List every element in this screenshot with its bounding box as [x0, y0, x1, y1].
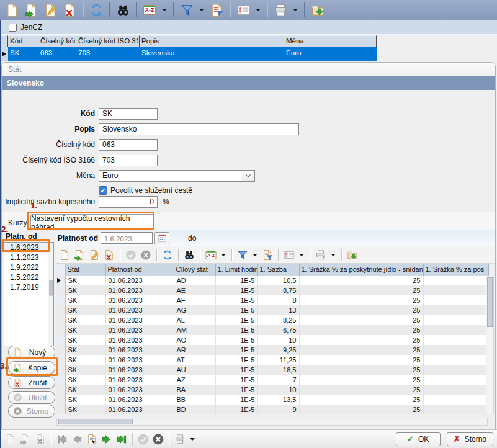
cell[interactable]: 01.06.2023 [105, 315, 174, 325]
next-record-icon[interactable] [100, 432, 114, 447]
cell[interactable] [423, 295, 488, 305]
column-header[interactable]: Cílový stat [174, 264, 215, 276]
cell[interactable]: 01.06.2023 [105, 405, 174, 414]
chevron-down-icon[interactable] [299, 254, 304, 256]
cell[interactable]: 25 [299, 395, 423, 405]
calendar-button[interactable] [154, 232, 169, 244]
cell[interactable]: AU [174, 365, 215, 375]
scrollbar-thumb[interactable] [487, 277, 493, 327]
cell[interactable] [423, 305, 488, 315]
cell[interactable]: SK [65, 375, 105, 385]
find-icon[interactable] [182, 248, 196, 262]
cell[interactable]: AD [174, 276, 215, 285]
delete-icon[interactable] [61, 1, 78, 19]
sort-az-icon[interactable]: A-Z [141, 1, 158, 19]
copy-icon[interactable] [22, 1, 40, 19]
cell[interactable]: SK [65, 365, 105, 375]
table-row[interactable]: SK01.06.2023AT1E-511,2525 [56, 355, 488, 365]
tab-nahrady[interactable]: Nastavení vypočtu cestovních náhrad [30, 214, 154, 230]
cell[interactable]: 25 [299, 315, 423, 325]
table-row[interactable]: SK01.06.2023BB1E-513,525 [56, 395, 488, 405]
filter-icon[interactable] [236, 248, 249, 262]
cell[interactable]: 25 [299, 335, 423, 345]
prev-record-icon[interactable] [70, 432, 84, 447]
cell-ciselny-kod[interactable]: 063 [38, 47, 76, 61]
validity-list[interactable]: 1.6.2023 1.1.2023 1.9.2022 1.5.2022 1.7.… [4, 242, 54, 346]
cell[interactable]: 11,25 [257, 355, 299, 365]
cell[interactable]: 25 [299, 375, 423, 385]
cell[interactable]: 6,75 [257, 325, 299, 335]
cell[interactable] [423, 325, 488, 335]
mena-label[interactable]: Měna [2, 171, 95, 180]
cell[interactable]: 1E-5 [215, 305, 257, 315]
table-row[interactable]: SK 063 703 Slovensko Euro [0, 47, 497, 61]
ok-button[interactable]: ✓ OK [396, 432, 441, 446]
cell[interactable]: 01.06.2023 [105, 345, 174, 355]
cell[interactable]: 25 [299, 365, 423, 375]
column-header[interactable]: Číselný kód ISO 3166 [76, 35, 140, 47]
cell[interactable]: AG [174, 305, 215, 315]
cell[interactable]: 9,25 [257, 345, 299, 355]
print-icon[interactable] [173, 432, 187, 447]
cell[interactable]: 25 [299, 295, 423, 305]
cell[interactable]: SK [65, 276, 105, 285]
cell[interactable] [423, 285, 488, 295]
list-item[interactable]: 1.1.2023 [4, 253, 53, 262]
edit-icon[interactable] [87, 248, 101, 262]
cell[interactable]: BA [174, 385, 215, 395]
cell[interactable]: 1E-5 [215, 295, 257, 305]
iso-input[interactable] [99, 155, 158, 166]
chevron-down-icon[interactable] [293, 9, 298, 11]
cell[interactable]: 25 [299, 405, 423, 414]
cell[interactable]: 1E-5 [215, 325, 257, 335]
filter-icon[interactable] [178, 1, 195, 19]
filter-values-icon[interactable] [208, 1, 225, 19]
cell[interactable] [423, 345, 488, 355]
export-icon[interactable] [346, 248, 359, 262]
cell[interactable]: 01.06.2023 [105, 355, 174, 365]
cell[interactable]: AE [174, 285, 215, 295]
cell[interactable]: 25 [299, 385, 423, 395]
table-row[interactable]: SK01.06.2023AF1E-5825 [56, 295, 488, 305]
report-icon[interactable] [85, 432, 99, 447]
cell[interactable]: SK [65, 285, 105, 295]
table-row[interactable]: SK01.06.2023AZ1E-5725 [56, 375, 488, 385]
cell[interactable]: SK [65, 405, 105, 414]
copy-icon[interactable] [73, 248, 86, 262]
cell[interactable]: SK [65, 305, 105, 315]
cell[interactable]: 1E-5 [215, 315, 257, 325]
list-item[interactable]: 1.7.2019 [4, 282, 53, 292]
cell[interactable]: 1E-5 [215, 375, 257, 385]
cell[interactable]: 1E-5 [215, 335, 257, 345]
first-record-icon[interactable] [55, 432, 69, 447]
cell[interactable]: AF [174, 295, 215, 305]
column-header[interactable]: Číselný kód [38, 35, 76, 47]
pocket-rate-input[interactable] [99, 196, 158, 208]
cell[interactable]: 25 [299, 305, 423, 315]
columns-icon[interactable] [235, 1, 252, 19]
ciselny-kod-input[interactable] [99, 139, 158, 151]
cell[interactable]: 01.06.2023 [105, 305, 174, 315]
cell[interactable]: 7 [257, 375, 299, 385]
kopie-button[interactable]: Kopie [8, 361, 55, 374]
cell[interactable]: BB [174, 395, 215, 405]
cell[interactable] [423, 276, 488, 285]
storno-button[interactable]: ✗ Storno [447, 432, 493, 446]
column-header[interactable]: 1. Sazba [257, 264, 299, 276]
cell[interactable]: 10 [257, 385, 299, 395]
list-item[interactable]: 1.9.2022 [4, 262, 53, 272]
refresh-icon[interactable] [161, 248, 174, 262]
cell[interactable]: 01.06.2023 [105, 385, 174, 395]
allow-travel-checkbox[interactable]: ✓ [99, 186, 107, 195]
cell[interactable]: AR [174, 345, 215, 355]
zrusit-button[interactable]: Zrušit [8, 376, 55, 389]
vertical-scrollbar[interactable] [486, 276, 494, 414]
cell[interactable]: 25 [299, 285, 423, 295]
cell[interactable]: 25 [299, 355, 423, 365]
cell[interactable]: 1E-5 [215, 285, 257, 295]
cell[interactable] [423, 315, 488, 325]
cell[interactable]: AT [174, 355, 215, 365]
chevron-down-icon[interactable] [162, 9, 167, 11]
cell[interactable]: 01.06.2023 [105, 295, 174, 305]
refresh-icon[interactable] [87, 1, 105, 19]
